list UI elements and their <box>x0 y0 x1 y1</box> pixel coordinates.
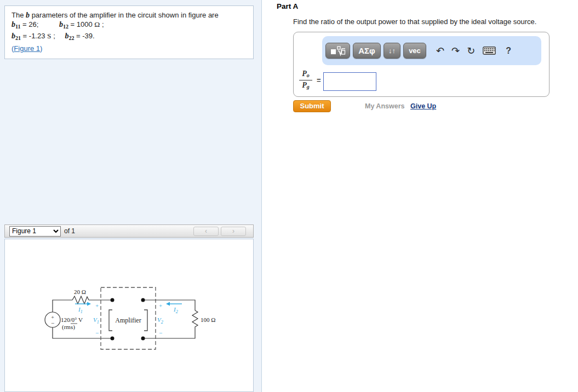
figure-count-label: of 1 <box>64 227 75 235</box>
denominator: Pg <box>302 81 310 91</box>
my-answers-link[interactable]: My Answers <box>365 102 404 110</box>
i1-label: I1 <box>78 306 83 314</box>
i1-arrowhead <box>87 302 91 306</box>
keyboard-icon[interactable] <box>483 47 496 55</box>
source-minus-sign: − <box>51 320 54 326</box>
param-line-1: b11 = 26; b12 = 1000 Ω ; <box>12 20 247 31</box>
v2-minus-sign: − <box>159 330 162 336</box>
part-a-question: Find the ratio of the output power to th… <box>293 18 536 26</box>
amplifier-label: Amplifier <box>115 316 141 324</box>
chevron-right-icon: › <box>232 227 234 235</box>
right-bracket <box>144 310 147 331</box>
equation-toolbar: ΑΣφ ↓↑ vec ↶ ↷ ↻ ? <box>322 36 541 65</box>
source-rms-label: (rms) <box>62 324 75 331</box>
next-figure-button[interactable]: › <box>221 227 246 236</box>
source-value-label: 120/0° V <box>61 316 83 323</box>
reset-icon[interactable]: ↻ <box>467 46 475 56</box>
v1-plus-sign: + <box>95 302 99 309</box>
load-resistor <box>192 310 198 329</box>
equation-templates-button[interactable] <box>325 43 350 59</box>
v1-minus-sign: − <box>95 330 99 336</box>
chevron-left-icon: ‹ <box>205 227 207 235</box>
mastering-problem-page: The b parameters of the amplifier in the… <box>0 0 578 392</box>
circuit-diagram: + − 20 Ω I1 120/0° V (rms) + V1 − <box>5 239 253 391</box>
help-icon[interactable]: ? <box>506 46 511 56</box>
figure-reference: (Figure 1) <box>12 44 247 53</box>
give-up-link[interactable]: Give Up <box>410 102 436 110</box>
vector-button[interactable]: vec <box>403 43 426 59</box>
problem-statement: The b parameters of the amplifier in the… <box>4 5 254 59</box>
greek-symbols-button[interactable]: ΑΣφ <box>353 43 381 59</box>
previous-figure-button[interactable]: ‹ <box>193 227 219 236</box>
source-resistor-label: 20 Ω <box>74 289 86 295</box>
undo-icon[interactable]: ↶ <box>436 46 444 56</box>
v2-label: V2 <box>157 316 163 325</box>
undo-redo-toggle-button[interactable]: ↓↑ <box>384 43 400 59</box>
problem-intro: The b parameters of the amplifier in the… <box>12 11 247 20</box>
b-symbol: b <box>26 11 30 19</box>
problem-panel: The b parameters of the amplifier in the… <box>0 0 262 392</box>
redo-icon[interactable]: ↷ <box>451 46 460 56</box>
load-resistor-label: 100 Ω <box>201 316 215 323</box>
param-line-2: b21 = -1.23 S ; b22 = -39. <box>12 32 247 43</box>
figure-1-link[interactable]: Figure 1 <box>14 44 40 53</box>
left-bracket <box>109 310 112 331</box>
v1-label: V1 <box>93 316 99 325</box>
figure-toolbar: Figure 1 of 1 ‹ › <box>4 224 254 238</box>
figure-canvas: + − 20 Ω I1 120/0° V (rms) + V1 − <box>4 239 254 392</box>
part-a-title: Part A <box>277 2 298 10</box>
equals-sign: = <box>317 76 321 84</box>
templates-icon <box>330 45 346 56</box>
source-resistor <box>72 296 89 304</box>
i2-arrowhead <box>166 302 170 306</box>
answer-box: ΑΣφ ↓↑ vec ↶ ↷ ↻ ? Po <box>293 32 550 97</box>
fraction-bar <box>299 80 312 80</box>
numerator: Po <box>302 70 310 79</box>
expression-label: Po Pg = <box>299 70 321 91</box>
figure-select[interactable]: Figure 1 <box>9 226 61 237</box>
i2-label: I2 <box>173 306 178 314</box>
submit-button[interactable]: Submit <box>293 100 331 112</box>
answer-input[interactable] <box>323 72 376 91</box>
v2-plus-sign: + <box>159 302 162 309</box>
